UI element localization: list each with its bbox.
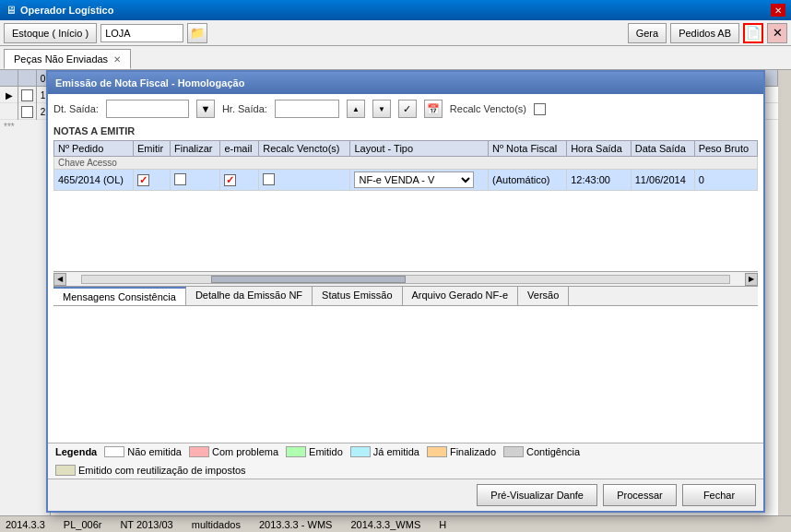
layout-tipo-select[interactable]: NF-e VENDA - V [354,171,474,188]
tab-detalhe-emissao-nf[interactable]: Detalhe da Emissão NF [186,287,313,305]
folder-icon-btn[interactable]: 📁 [187,23,207,43]
recalc-vencto-checkbox[interactable] [263,173,275,185]
legend-color-nao-emitida [104,446,124,457]
sidebar-col2-header [18,70,37,87]
notas-section-label: NOTAS A EMITIR [53,125,758,136]
legend-label-ja-emitida: Já emitida [373,446,419,457]
bottom-tab-bar: Mensagens Consistência Detalhe da Emissã… [53,286,758,306]
estoque-button[interactable]: Estoque ( Início ) [4,23,97,43]
processar-button[interactable]: Processar [603,484,677,506]
nota-fiscal-icon-btn[interactable]: 📄 [743,23,763,43]
hr-saida-input[interactable]: 00:00:00 [275,100,339,118]
tab-status-emissao[interactable]: Status Emissão [313,287,402,305]
toolbar-close-button[interactable]: ✕ [767,23,787,43]
toolbar: Estoque ( Início ) 📁 Gera Pedidos AB 📄 ✕ [0,20,791,46]
app-close-button[interactable]: ✕ [771,4,785,17]
title-bar: 🖥 Operador Logístico ✕ [0,0,791,20]
legend-label-com-problema: Com problema [212,446,278,457]
hr-saida-down-btn[interactable]: ▼ [372,100,391,118]
cell-hora-saida: 12:43:00 [567,170,632,191]
col-recalc-venctos: Recalc Vencto(s) [259,141,350,157]
status-bar: 2014.3.3 PL_006r NT 2013/03 multidados 2… [0,515,791,532]
cell-finalizar [170,170,219,191]
table-row: 465/2014 (OL) ✓ ✓ [54,170,758,191]
status-pl: PL_006r [64,519,102,530]
legend-label-emitido: Emitido [309,446,343,457]
tab-pecas-nao-enviadas[interactable]: Peças Não Enviadas ✕ [4,49,131,69]
tab-versao[interactable]: Versão [518,287,569,305]
status-nt: NT 2013/03 [120,519,172,530]
tab-arquivo-gerado-nfe[interactable]: Arquivo Gerado NF-e [403,287,519,305]
sidebar-col1-header [0,70,18,87]
modal-title: Emissão de Nota Fiscal - Homologação [55,77,244,89]
hscroll-right-btn[interactable]: ▶ [745,273,758,286]
legend-ja-emitida: Já emitida [350,446,419,457]
dt-saida-label: Dt. Saída: [53,103,99,114]
legend-label: Legenda [55,446,97,457]
horizontal-scrollbar[interactable]: ◀ ▶ [53,271,758,286]
main-tab-bar: Peças Não Enviadas ✕ [0,46,791,70]
col-email: e-mail [220,141,259,157]
dt-saida-input[interactable] [106,100,189,118]
legend-color-ja-emitida [350,446,371,457]
legend-contigencia: Contigência [503,446,580,457]
status-h: H [439,519,446,530]
legend-color-com-problema [189,446,209,457]
col-emitir: Emitir [134,141,171,157]
hscroll-thumb [211,276,406,283]
left-sidebar: 0 ▶ 1 2 *** [0,70,51,515]
status-wms1: 2013.3.3 - WMS [259,519,332,530]
legend-emitido: Emitido [286,446,343,457]
legend-bar: Legenda Não emitida Com problema Emitido… [48,443,763,479]
cell-recalc [259,170,350,191]
cell-emitir: ✓ [134,170,171,191]
status-wms2: 2014.3.3_WMS [350,519,420,530]
col-nro-pedido: Nº Pedido [54,141,134,157]
notas-table-container[interactable]: Nº Pedido Emitir Finalizar e-mail Recalc… [53,140,758,271]
bottom-tab-content [53,306,758,437]
store-input[interactable] [100,24,183,42]
legend-reutilizacao: Emitido com reutilização de impostos [55,465,246,476]
hscroll-left-btn[interactable]: ◀ [53,273,66,286]
hr-saida-up-btn[interactable]: ▲ [347,100,365,118]
fechar-button[interactable]: Fechar [682,484,756,506]
emitir-checkbox[interactable]: ✓ [137,174,149,186]
hr-saida-calendar-btn[interactable]: 📅 [424,100,443,118]
hr-saida-label: Hr. Saída: [222,103,267,114]
cell-data-saida: 11/06/2014 [631,170,694,191]
title-bar-left: 🖥 Operador Logístico [6,4,113,17]
legend-color-finalizado [427,446,447,457]
pedidos-button[interactable]: Pedidos AB [670,23,739,43]
tab-mensagens-consistencia[interactable]: Mensagens Consistência [53,287,186,305]
hscroll-track[interactable] [81,275,730,284]
chave-acesso-row: Chave Acesso [54,157,758,170]
hr-saida-ok-btn[interactable]: ✓ [398,100,417,118]
status-multidados: multidados [192,519,241,530]
recalc-label: Recalc Vencto(s) [450,103,526,114]
pre-visualizar-button[interactable]: Pré-Visualizar Danfe [477,484,597,506]
table-header-row: Nº Pedido Emitir Finalizar e-mail Recalc… [54,141,758,157]
notas-table: Nº Pedido Emitir Finalizar e-mail Recalc… [53,140,758,191]
finalizar-checkbox[interactable] [174,173,186,185]
recalc-checkbox[interactable] [534,103,546,115]
sidebar-row-1: ▶ 1 [0,87,50,103]
app-title: Operador Logístico [20,5,113,16]
action-bar: Pré-Visualizar Danfe Processar Fechar [48,479,763,511]
legend-label-finalizado: Finalizado [450,446,496,457]
col-layout-tipo: Layout - Tipo [350,141,489,157]
col-peso-bruto: Peso Bruto [694,141,757,157]
app-window: 🖥 Operador Logístico ✕ Estoque ( Início … [0,0,791,532]
dt-saida-dropdown-btn[interactable]: ▼ [196,100,215,118]
modal-content: Dt. Saída: ▼ Hr. Saída: 00:00:00 ▲ ▼ ✓ 📅… [48,94,763,443]
modal-title-bar: Emissão de Nota Fiscal - Homologação [48,72,763,94]
gera-button[interactable]: Gera [628,23,667,43]
legend-nao-emitida: Não emitida [104,446,182,457]
app-icon: 🖥 [6,4,17,17]
tab-close-icon[interactable]: ✕ [113,54,121,65]
sidebar-row-2: 2 [0,103,50,120]
legend-color-reutilizacao [55,465,76,476]
cell-email: ✓ [220,170,259,191]
email-checkbox[interactable]: ✓ [224,174,236,186]
legend-finalizado: Finalizado [427,446,496,457]
nota-fiscal-modal: Emissão de Nota Fiscal - Homologação Dt.… [46,70,765,513]
